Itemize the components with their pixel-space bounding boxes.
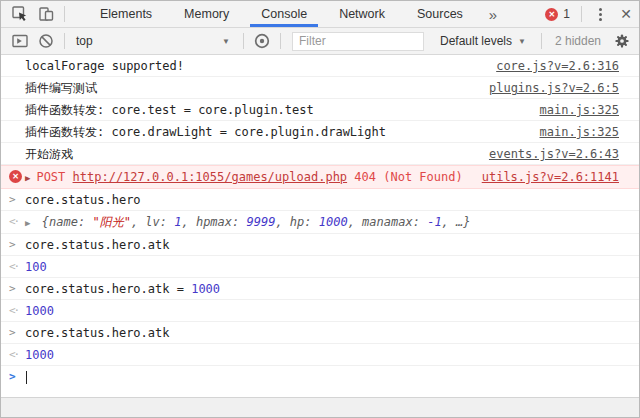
chevron-down-icon: ▼ [518,37,526,46]
source-link[interactable]: plugins.js?v=2.6:5 [479,80,639,96]
divider [541,33,542,49]
command-text: core.status.hero [25,192,639,208]
javascript-context-dropdown[interactable]: top ▼ [70,34,238,48]
message-text: "阳光" [92,215,130,229]
row-gutter: <· [9,347,25,363]
log-message-text: 插件函数转发: core.drawLight = core.plugin.dra… [25,124,530,140]
clear-console-icon [37,32,55,50]
message-text: 9999 [247,215,276,229]
console-toolbar: top ▼ Default levels ▼ 2 hidden [1,28,639,55]
devtools-menu-button[interactable] [587,1,613,27]
log-levels-dropdown[interactable]: Default levels ▼ [430,34,536,48]
console-log-row: 开始游戏events.js?v=2.6:43 [1,143,639,165]
source-link[interactable]: events.js?v=2.6:43 [479,146,639,162]
divider [243,33,244,49]
expand-triangle-icon[interactable]: ▶ [25,173,36,183]
close-devtools-button[interactable]: ✕ [613,1,639,27]
row-gutter: <· [9,303,25,319]
console-error-row: ✕▶POST http://127.0.0.1:1055/games/uploa… [1,165,639,189]
result-value: 1000 [25,347,639,363]
message-text: , manamax: [348,215,427,229]
show-console-sidebar-button[interactable] [7,28,33,54]
divider [64,6,65,22]
inspect-element-button[interactable] [7,1,33,27]
console-result-row: <·1000 [1,344,639,366]
command-chevron-icon: > [9,325,16,341]
more-tabs-button[interactable]: » [479,6,507,23]
log-message-text: localForage supported! [25,58,486,74]
tab-console[interactable]: Console [250,1,318,27]
message-text: core.status.hero.atk [25,238,170,252]
tab-network[interactable]: Network [328,1,396,27]
source-link[interactable]: core.js?v=2.6:316 [486,58,639,74]
source-link[interactable]: main.js:325 [530,124,639,140]
console-settings-button[interactable] [609,28,635,54]
message-text: core.status.hero.atk [25,326,170,340]
console-command-row: >core.status.hero.atk [1,234,639,256]
console-command-row: >core.status.hero.atk [1,322,639,344]
tab-elements[interactable]: Elements [89,1,163,27]
clear-console-button[interactable] [33,28,59,54]
error-count-badge[interactable]: ✕ 1 [539,7,576,21]
message-text: 1000 [319,215,348,229]
text-cursor [26,371,27,384]
message-text: , …} [442,215,471,229]
log-message-text: 插件编写测试 [25,80,479,96]
error-badge-icon: ✕ [545,8,558,21]
console-log-row: 插件编写测试plugins.js?v=2.6:5 [1,77,639,99]
returned-value-icon: <· [9,347,18,363]
message-text: , lv: [131,215,174,229]
close-icon: ✕ [620,6,632,22]
returned-value-icon: <· [9,214,18,230]
command-chevron-icon: > [9,192,16,208]
console-log-row: 插件函数转发: core.test = core.plugin.testmain… [1,99,639,121]
message-text: 100 [25,260,47,274]
message-text: 1000 [191,282,220,296]
device-toolbar-button[interactable] [33,1,59,27]
create-live-expression-button[interactable] [249,28,275,54]
log-message-text: 开始游戏 [25,146,479,162]
console-command-row: >core.status.hero.atk = 1000 [1,278,639,300]
console-messages-area: localForage supported!core.js?v=2.6:316插… [1,55,639,397]
tab-memory[interactable]: Memory [173,1,240,27]
console-input[interactable] [25,369,639,385]
source-link[interactable]: main.js:325 [530,102,639,118]
message-text: POST [36,170,72,184]
eye-icon [253,32,271,50]
message-text: 1000 [25,348,54,362]
command-chevron-icon: > [9,281,16,297]
devtools-window: ElementsMemoryConsoleNetworkSources » ✕ … [0,0,640,418]
tab-sources[interactable]: Sources [406,1,474,27]
panel-tabs: ElementsMemoryConsoleNetworkSources [84,1,479,27]
result-value: 1000 [25,303,639,319]
result-value: 100 [25,259,639,275]
command-text: core.status.hero.atk [25,237,639,253]
message-text: 1000 [25,304,54,318]
console-result-row: <·1000 [1,300,639,322]
device-toolbar-icon [37,5,55,23]
prompt-chevron-icon: > [9,369,16,385]
console-log-row: 插件函数转发: core.drawLight = core.plugin.dra… [1,121,639,143]
row-gutter: > [9,369,25,385]
chevron-down-icon: ▼ [222,37,230,46]
expand-triangle-icon[interactable]: ▶ [25,218,42,228]
message-text: core.status.hero [25,193,141,207]
message-text: , hpmax: [181,215,246,229]
filter-input[interactable] [292,32,424,51]
error-count-label: 1 [563,7,570,21]
message-text: {name: [42,215,93,229]
returned-value-icon: <· [9,259,18,275]
divider [280,33,281,49]
source-link[interactable]: utils.js?v=2.6:1141 [472,169,639,185]
console-prompt-row[interactable]: > [1,366,639,387]
kebab-menu-icon [599,8,602,21]
row-gutter: > [9,237,25,253]
command-chevron-icon: > [9,237,16,253]
gear-icon [614,33,630,49]
row-gutter: ✕ [9,169,25,183]
context-label: top [76,34,93,48]
request-url-link[interactable]: http://127.0.0.1:1055/games/upload.php [73,170,348,184]
returned-value-icon: <· [9,303,18,319]
error-icon: ✕ [9,170,22,183]
devtools-tabbar: ElementsMemoryConsoleNetworkSources » ✕ … [1,1,639,28]
